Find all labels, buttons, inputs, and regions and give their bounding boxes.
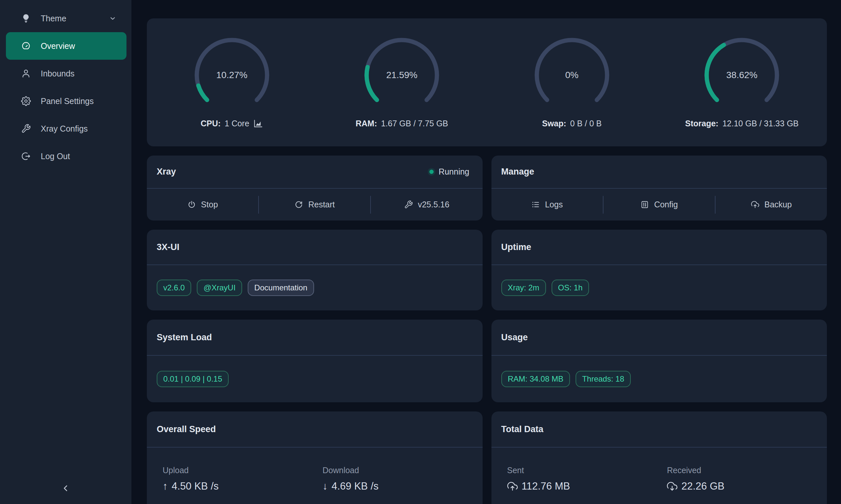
status-dot-icon [429,169,434,174]
sent-value: 112.76 MB [507,480,667,492]
main-content: 10.27% CPU: 1 Core 21.59% [147,18,827,504]
received-stat: Received 22.26 GB [667,466,827,492]
ram-usage-tag: RAM: 34.08 MB [501,371,570,387]
usage-card: Usage RAM: 34.08 MB Threads: 18 [492,320,827,402]
chevron-down-icon [108,14,117,23]
storage-gauge-value: 38.62% [702,35,782,115]
manage-card-header: Manage [492,156,827,189]
system-load-tags: 0.01 | 0.09 | 0.15 [147,356,483,402]
chevron-left-icon [61,483,71,493]
ram-gauge-value: 21.59% [362,35,442,115]
sidebar-nav: Theme Overview [0,0,132,170]
sidebar-item-panel-settings[interactable]: Panel Settings [0,87,132,115]
download-label: Download [323,466,483,475]
xui-card: 3X-UI v2.6.0 @XrayUI Documentation [147,230,483,310]
sidebar-item-label: Log Out [41,151,70,161]
cloud-upload-icon [507,481,518,491]
xray-card: Xray Running Stop [147,156,483,220]
xray-status-badge: Running [429,167,469,177]
manage-card-title: Manage [501,167,534,177]
system-stats-card: 10.27% CPU: 1 Core 21.59% [147,18,827,146]
xray-actions: Stop Restart [147,189,483,220]
overall-speed-body: Upload ↑ 4.50 KB /s Download ↓ 4.69 KB /… [147,448,483,504]
manage-card: Manage Logs [492,156,827,220]
xui-card-header: 3X-UI [147,230,483,265]
threads-tag: Threads: 18 [576,371,631,387]
total-data-body: Sent 112.76 MB Received [492,448,827,504]
usage-card-title: Usage [501,332,528,343]
sidebar-item-label: Overview [41,41,75,51]
load-average-tag: 0.01 | 0.09 | 0.15 [157,371,229,387]
uptime-card-title: Uptime [501,242,532,252]
arrow-up-icon: ↑ [162,481,168,491]
restart-icon [294,200,303,209]
sidebar-item-theme[interactable]: Theme [0,5,132,32]
restart-button[interactable]: Restart [259,189,370,220]
sidebar-item-inbounds[interactable]: Inbounds [0,60,132,87]
ram-gauge: 21.59% RAM: 1.67 GB / 7.75 GB [317,35,487,146]
lightbulb-icon [21,14,31,23]
sidebar-item-overview[interactable]: Overview [6,32,126,60]
total-data-card: Total Data Sent 112.76 MB [492,412,827,504]
xray-version-button[interactable]: v25.5.16 [371,189,482,220]
sidebar-item-label: Panel Settings [41,96,93,106]
sent-stat: Sent 112.76 MB [507,466,667,492]
cloud-backup-icon [751,200,759,209]
xray-card-title: Xray [157,167,176,177]
cpu-gauge-value: 10.27% [192,35,272,115]
xray-status-text: Running [439,167,469,177]
xray-card-header: Xray Running [147,156,483,189]
usage-tags: RAM: 34.08 MB Threads: 18 [492,356,827,402]
area-chart-icon[interactable] [253,119,263,128]
overall-speed-card-title: Overall Speed [157,424,216,434]
total-data-card-title: Total Data [501,424,544,434]
power-icon [187,200,196,209]
cpu-gauge: 10.27% CPU: 1 Core [147,35,317,146]
sliders-icon [640,200,649,209]
system-load-card-title: System Load [157,332,212,343]
xray-uptime-tag: Xray: 2m [501,280,546,296]
stop-button[interactable]: Stop [147,189,258,220]
cpu-gauge-label: CPU: 1 Core [201,119,263,128]
system-load-card: System Load 0.01 | 0.09 | 0.15 [147,320,483,402]
user-icon [21,69,31,78]
os-uptime-tag: OS: 1h [552,280,589,296]
storage-gauge: 38.62% Storage: 12.10 GB / 31.33 GB [657,35,827,146]
upload-stat: Upload ↑ 4.50 KB /s [162,466,323,492]
sidebar-item-label: Xray Configs [41,124,88,133]
backup-button[interactable]: Backup [716,189,827,220]
swap-gauge: 0% Swap: 0 B / 0 B [487,35,657,146]
overall-speed-card-header: Overall Speed [147,412,483,448]
wrench-icon [21,124,31,133]
ram-gauge-label: RAM: 1.67 GB / 7.75 GB [356,119,448,128]
logs-button[interactable]: Logs [492,189,603,220]
speedometer-icon [21,41,31,51]
config-button[interactable]: Config [603,189,715,220]
sent-label: Sent [507,466,667,475]
xui-card-title: 3X-UI [157,242,179,252]
overall-speed-card: Overall Speed Upload ↑ 4.50 KB /s Downlo… [147,412,483,504]
logout-icon [21,151,31,161]
xrayui-link-tag[interactable]: @XrayUI [197,280,242,296]
sidebar-item-label: Theme [41,14,66,23]
version-tag[interactable]: v2.6.0 [157,280,191,296]
swap-gauge-value: 0% [532,35,612,115]
sidebar-collapse-button[interactable] [0,480,132,497]
wrench-icon [404,200,413,209]
received-label: Received [667,466,827,475]
total-data-card-header: Total Data [492,412,827,448]
storage-gauge-label: Storage: 12.10 GB / 31.33 GB [685,119,799,128]
download-value: ↓ 4.69 KB /s [323,480,483,492]
gear-icon [21,96,31,106]
manage-actions: Logs Config [492,189,827,220]
uptime-tags: Xray: 2m OS: 1h [492,265,827,310]
download-stat: Download ↓ 4.69 KB /s [323,466,483,492]
sidebar-item-label: Inbounds [41,69,74,78]
sidebar-item-logout[interactable]: Log Out [0,142,132,170]
sidebar: Theme Overview [0,0,132,504]
xui-tags: v2.6.0 @XrayUI Documentation [147,265,483,310]
sidebar-item-xray-configs[interactable]: Xray Configs [0,115,132,142]
uptime-card: Uptime Xray: 2m OS: 1h [492,230,827,310]
usage-card-header: Usage [492,320,827,356]
documentation-link-tag[interactable]: Documentation [248,280,314,296]
